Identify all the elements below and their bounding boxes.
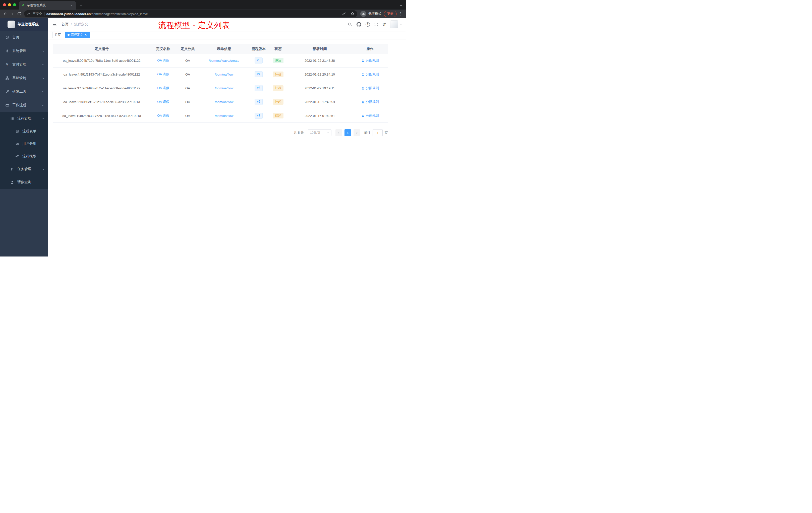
sidebar-item-leave-query[interactable]: 请假查询 bbox=[0, 176, 48, 189]
sidebar-item-process-model[interactable]: 流程模型 bbox=[0, 150, 48, 163]
definition-name-link[interactable]: OA 请假 bbox=[157, 86, 169, 90]
chevron-up-icon bbox=[42, 117, 45, 120]
page-buttons: 1 bbox=[336, 129, 360, 136]
form-link[interactable]: /bpm/oa/flow bbox=[215, 86, 233, 90]
column-header: 表单信息 bbox=[200, 44, 249, 54]
sidebar-item-user-group[interactable]: 用户分组 bbox=[0, 138, 48, 150]
document-icon bbox=[15, 129, 19, 133]
deploy-time: 2022-01-16 01:40:51 bbox=[288, 109, 352, 122]
status-badge: 挂起 bbox=[273, 85, 284, 91]
breadcrumb-home[interactable]: 首页 bbox=[61, 22, 68, 27]
deploy-time: 2022-01-22 20:34:10 bbox=[288, 67, 352, 81]
assign-rule-button[interactable]: 分配规则 bbox=[361, 86, 379, 90]
form-link[interactable]: /bpm/oa/flow bbox=[215, 100, 233, 104]
person-icon bbox=[10, 180, 14, 184]
assign-rule-button[interactable]: 分配规则 bbox=[361, 72, 379, 77]
definition-category: OA bbox=[176, 81, 200, 95]
yen-icon: ¥ bbox=[5, 62, 9, 66]
tab-close-icon[interactable] bbox=[69, 3, 74, 7]
form-link[interactable]: /bpm/oa/flow bbox=[215, 114, 233, 118]
fullscreen-icon[interactable] bbox=[374, 22, 378, 27]
status-badge: 挂起 bbox=[273, 71, 284, 77]
version-badge: v5 bbox=[255, 58, 263, 63]
prev-page-button[interactable] bbox=[336, 129, 342, 136]
flag-icon bbox=[10, 168, 14, 171]
assign-rule-label: 分配规则 bbox=[366, 72, 379, 77]
tree-structure-icon bbox=[5, 76, 9, 80]
table-body: oa_leave:5:004b710b-7b8a-11ec-8ef0-acde4… bbox=[53, 54, 388, 123]
password-key-icon[interactable] bbox=[341, 10, 347, 17]
assign-rule-label: 分配规则 bbox=[366, 114, 379, 118]
search-icon[interactable] bbox=[348, 22, 352, 27]
forward-button[interactable] bbox=[8, 10, 16, 17]
pagination: 共 5 条 10条/页 1 前往 页 bbox=[48, 129, 388, 136]
next-page-button[interactable] bbox=[353, 129, 360, 136]
url-path: /bpm/manager/definition?key=oa_leave bbox=[91, 12, 148, 16]
definition-name-link[interactable]: OA 请假 bbox=[157, 100, 169, 104]
sidebar-item-label: 用户分组 bbox=[22, 142, 36, 146]
breadcrumb: 首页 / 流程定义 bbox=[61, 22, 88, 27]
current-page-button[interactable]: 1 bbox=[345, 129, 351, 136]
reload-button[interactable] bbox=[16, 10, 23, 17]
form-link[interactable]: /bpm/oa/leave/create bbox=[209, 59, 239, 62]
sidebar-item-payment-management[interactable]: ¥ 支付管理 bbox=[0, 58, 48, 71]
logo-avatar bbox=[7, 21, 15, 28]
font-size-icon[interactable]: tT bbox=[383, 22, 386, 26]
definition-id: oa_leave:3:1fad3d93-7b75-11ec-a3c8-acde4… bbox=[53, 81, 151, 95]
definition-name-link[interactable]: OA 请假 bbox=[157, 58, 169, 63]
bookmark-star-icon[interactable] bbox=[349, 10, 356, 17]
sidebar-item-infrastructure[interactable]: 基础设施 bbox=[0, 71, 48, 85]
sidebar-item-home[interactable]: 首页 bbox=[0, 31, 48, 44]
sidebar-item-label: 请假查询 bbox=[17, 180, 31, 184]
tag-close-icon[interactable] bbox=[84, 33, 88, 37]
chevron-down-icon bbox=[327, 131, 329, 134]
new-tab-button[interactable] bbox=[78, 2, 85, 9]
column-header: 操作 bbox=[352, 44, 388, 54]
goto-page-input[interactable] bbox=[373, 129, 383, 136]
sidebar-item-process-management[interactable]: 流程管理 bbox=[0, 112, 48, 125]
sidebar-item-workflow[interactable]: 工作流程 bbox=[0, 98, 48, 112]
incognito-label: 无痕模式 bbox=[368, 11, 381, 16]
assign-rule-button[interactable]: 分配规则 bbox=[361, 100, 379, 104]
not-secure-warning-icon bbox=[27, 12, 31, 16]
user-menu[interactable] bbox=[390, 20, 402, 28]
annotation-title: 流程模型 - 定义列表 bbox=[158, 20, 230, 31]
maximize-window-button[interactable] bbox=[13, 3, 16, 6]
gear-icon bbox=[5, 49, 9, 53]
sidebar-item-process-form[interactable]: 流程表单 bbox=[0, 125, 48, 138]
tag-process-definition[interactable]: 流程定义 bbox=[65, 32, 90, 38]
definition-name-link[interactable]: OA 请假 bbox=[157, 114, 169, 118]
close-window-button[interactable] bbox=[3, 3, 6, 6]
github-icon[interactable] bbox=[356, 22, 361, 27]
navbar-actions: ? tT bbox=[348, 20, 402, 28]
tab-search-chevron-icon[interactable] bbox=[400, 4, 403, 7]
browser-menu-icon[interactable]: ⋮ bbox=[397, 11, 405, 16]
page-size-select[interactable]: 10条/页 bbox=[308, 129, 331, 136]
page-size-value: 10条/页 bbox=[310, 131, 320, 135]
sidebar-item-dev-tools[interactable]: 研发工具 bbox=[0, 85, 48, 98]
sidebar-item-label: 研发工具 bbox=[12, 89, 26, 94]
address-bar[interactable]: 不安全 dashboard.yudao.iocoder.cn/bpm/manag… bbox=[24, 10, 357, 17]
assign-rule-button[interactable]: 分配规则 bbox=[361, 58, 379, 63]
definition-name-link[interactable]: OA 请假 bbox=[157, 72, 169, 77]
version-badge: v1 bbox=[255, 113, 263, 119]
form-link[interactable]: /bpm/oa/flow bbox=[215, 72, 233, 76]
minimize-window-button[interactable] bbox=[8, 3, 11, 6]
main-area: 首页 / 流程定义 ? tT bbox=[48, 18, 406, 256]
chevron-down-icon bbox=[42, 90, 45, 93]
hamburger-icon[interactable] bbox=[52, 22, 58, 27]
sidebar-logo[interactable]: 芋道管理系统 bbox=[0, 18, 48, 31]
sidebar-item-system-management[interactable]: 系统管理 bbox=[0, 44, 48, 58]
tag-home[interactable]: 首页 bbox=[52, 32, 63, 38]
person-icon bbox=[361, 73, 365, 76]
definition-category: OA bbox=[176, 67, 200, 81]
avatar[interactable] bbox=[390, 20, 398, 28]
definition-category: OA bbox=[176, 109, 200, 122]
sidebar-item-task-management[interactable]: 任务管理 bbox=[0, 163, 48, 176]
back-button[interactable] bbox=[1, 10, 8, 17]
help-icon[interactable]: ? bbox=[366, 22, 370, 27]
logo-title: 芋道管理系统 bbox=[18, 22, 39, 27]
update-browser-button[interactable]: 更新 bbox=[384, 11, 397, 17]
browser-tab[interactable]: 芋道管理系统 bbox=[19, 1, 76, 9]
assign-rule-button[interactable]: 分配规则 bbox=[361, 114, 379, 118]
